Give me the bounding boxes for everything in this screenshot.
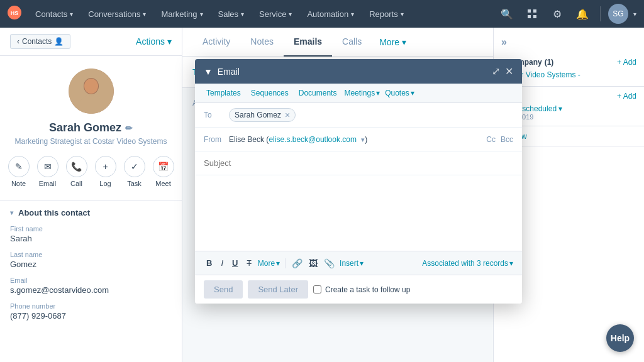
- send-button[interactable]: Send: [204, 280, 243, 299]
- phone-icon: 📞: [66, 156, 87, 177]
- nav-item-service[interactable]: Service ▾: [253, 6, 298, 23]
- email-icon: ✉: [37, 156, 58, 177]
- chevron-down-icon: ▾: [70, 11, 73, 18]
- nav-item-contacts[interactable]: Contacts ▾: [29, 6, 79, 23]
- last-name-field: Last name Gomez: [10, 251, 172, 269]
- add-deal-button[interactable]: + Add: [617, 92, 636, 101]
- log-button[interactable]: + Log: [95, 156, 116, 187]
- nav-item-conversations[interactable]: Conversations ▾: [82, 6, 152, 23]
- chip-remove-button[interactable]: ×: [285, 110, 290, 120]
- nav-right-actions: 🔍 ⚙ 🔔 SG ▾: [497, 4, 636, 24]
- modal-header-actions: ⤢ ✕: [492, 65, 513, 77]
- modal-header: ▼ Email ⤢ ✕: [195, 59, 522, 84]
- sequences-tab[interactable]: Sequences: [248, 87, 291, 99]
- more-formatting-button[interactable]: More ▾: [258, 259, 280, 268]
- task-icon: ✓: [124, 156, 145, 177]
- associated-records-button[interactable]: Associated with 3 records ▾: [422, 259, 513, 268]
- collapse-icon: ▼: [204, 67, 213, 77]
- nav-divider: [600, 6, 601, 21]
- email-button[interactable]: ✉ Email: [37, 156, 58, 187]
- toolbar-divider: [285, 258, 286, 268]
- chevron-down-icon: ▾: [376, 89, 380, 97]
- attachment-icon[interactable]: 📎: [323, 257, 336, 270]
- nav-item-reports[interactable]: Reports ▾: [363, 6, 410, 23]
- bcc-button[interactable]: Bcc: [501, 135, 513, 144]
- chevron-down-icon: ▾: [143, 11, 146, 18]
- note-icon: ✎: [8, 156, 30, 177]
- link-icon[interactable]: 🔗: [291, 257, 304, 270]
- templates-tab[interactable]: Templates: [204, 87, 243, 99]
- subject-field-row: [195, 151, 522, 175]
- nav-item-sales[interactable]: Sales ▾: [212, 6, 251, 23]
- bold-button[interactable]: B: [204, 256, 214, 270]
- follow-up-checkbox[interactable]: [313, 285, 321, 293]
- modal-footer: Send Send Later Create a task to follow …: [195, 275, 522, 304]
- contact-title: Marketing Strategist at Costar Video Sys…: [10, 137, 172, 146]
- settings-icon[interactable]: ⚙: [547, 4, 567, 24]
- email-body-area[interactable]: [195, 175, 522, 251]
- to-label: To: [204, 111, 229, 119]
- quotes-dropdown[interactable]: Quotes ▾: [385, 87, 414, 99]
- documents-tab[interactable]: Documents: [296, 87, 340, 99]
- note-button[interactable]: ✎ Note: [8, 156, 30, 187]
- modal-title: Email: [218, 67, 492, 77]
- log-icon: +: [95, 156, 116, 177]
- italic-button[interactable]: I: [218, 256, 226, 270]
- user-avatar[interactable]: SG: [608, 4, 628, 24]
- nav-item-marketing[interactable]: Marketing ▾: [155, 6, 209, 23]
- contact-avatar: [69, 69, 114, 114]
- strikethrough-button[interactable]: T: [244, 257, 253, 270]
- chevron-down-icon: ▾: [351, 11, 354, 18]
- insert-button[interactable]: Insert ▾: [340, 259, 364, 268]
- help-button[interactable]: Help: [606, 324, 634, 352]
- edit-icon[interactable]: ✏: [125, 123, 133, 133]
- image-icon[interactable]: 🖼: [308, 257, 319, 270]
- from-dropdown-icon: ▾: [361, 136, 365, 143]
- cc-button[interactable]: Cc: [486, 135, 496, 144]
- chevron-down-icon: ▾: [360, 259, 364, 268]
- chevron-down-icon: ▾: [10, 209, 13, 216]
- action-icons-row: ✎ Note ✉ Email 📞 Call + Log ✓ Task: [10, 156, 172, 187]
- notifications-icon[interactable]: 🔔: [572, 4, 592, 24]
- actions-button[interactable]: Actions ▾: [136, 36, 172, 47]
- email-modal-overlay: ▼ Email ⤢ ✕ Templates Sequences Document…: [182, 28, 493, 362]
- first-name-field: First name Sarah: [10, 225, 172, 243]
- call-button[interactable]: 📞 Call: [66, 156, 87, 187]
- svg-rect-5: [533, 15, 536, 18]
- chevron-left-icon: ‹: [17, 37, 19, 46]
- nav-item-automation[interactable]: Automation ▾: [301, 6, 360, 23]
- from-label: From: [204, 135, 229, 144]
- close-button[interactable]: ✕: [505, 65, 513, 77]
- add-company-button[interactable]: + Add: [617, 58, 636, 67]
- subject-input[interactable]: [204, 158, 513, 168]
- phone-field: Phone number (877) 929-0687: [10, 302, 172, 321]
- chevron-down-icon: ▾: [167, 36, 172, 47]
- chevron-down-icon: ▾: [200, 11, 203, 18]
- center-content: Activity Notes Emails Calls More ▾ Threa…: [182, 28, 493, 362]
- email-modal: ▼ Email ⤢ ✕ Templates Sequences Document…: [195, 59, 522, 304]
- follow-up-checkbox-label: Create a task to follow up: [313, 285, 410, 294]
- search-button[interactable]: 🔍: [497, 4, 517, 24]
- underline-button[interactable]: U: [230, 256, 240, 270]
- left-sidebar: ‹ Contacts 👤 Actions ▾ Sarah Gomez ✏: [0, 28, 182, 362]
- meet-button[interactable]: 📅 Meet: [153, 156, 174, 187]
- expand-icon[interactable]: »: [501, 36, 507, 48]
- send-later-button[interactable]: Send Later: [248, 280, 308, 299]
- svg-text:HS: HS: [11, 10, 19, 16]
- chevron-down-icon: ▾: [509, 259, 513, 268]
- modal-toolbar: B I U T More ▾ 🔗 🖼 📎 Insert ▾: [195, 251, 522, 275]
- expand-button[interactable]: ⤢: [492, 65, 500, 77]
- meet-icon: 📅: [153, 156, 174, 177]
- grid-icon[interactable]: [522, 4, 542, 24]
- hubspot-logo[interactable]: HS: [8, 6, 21, 23]
- chevron-down-icon: ▾: [276, 259, 280, 268]
- back-button[interactable]: ‹ Contacts 👤: [10, 34, 70, 49]
- person-icon: 👤: [54, 37, 64, 46]
- email-field: Email s.gomez@costarvideo.com: [10, 277, 172, 295]
- meetings-dropdown[interactable]: Meetings ▾: [344, 87, 380, 99]
- modal-body: To Sarah Gomez × From Elise Beck (elise.…: [195, 103, 522, 251]
- about-header[interactable]: ▾ About this contact: [10, 208, 172, 217]
- chevron-down-icon: ▾: [289, 11, 292, 18]
- task-button[interactable]: ✓ Task: [124, 156, 145, 187]
- chevron-down-icon: ▾: [401, 11, 404, 18]
